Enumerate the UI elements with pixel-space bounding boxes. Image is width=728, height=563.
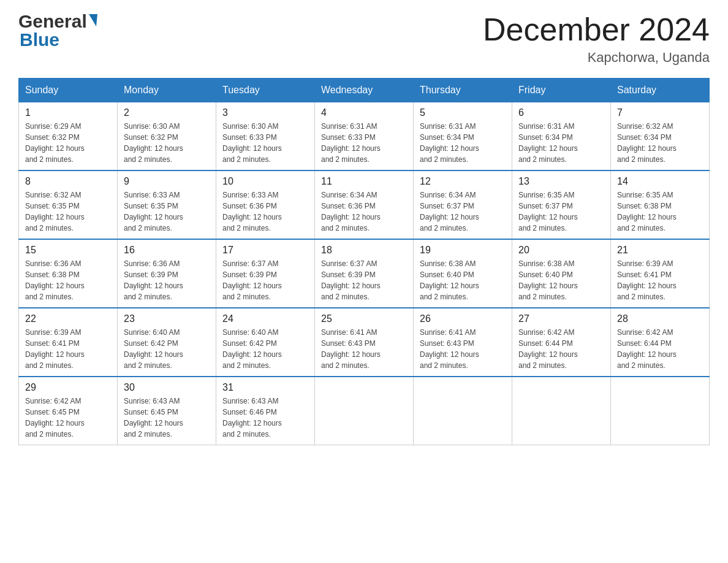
day-info: Sunrise: 6:40 AMSunset: 6:42 PMDaylight:… — [124, 327, 210, 371]
calendar-week-row: 15Sunrise: 6:36 AMSunset: 6:38 PMDayligh… — [19, 239, 710, 308]
calendar-cell: 21Sunrise: 6:39 AMSunset: 6:41 PMDayligh… — [611, 239, 710, 308]
calendar-cell: 25Sunrise: 6:41 AMSunset: 6:43 PMDayligh… — [315, 308, 414, 377]
day-info: Sunrise: 6:31 AMSunset: 6:34 PMDaylight:… — [518, 121, 604, 165]
day-info: Sunrise: 6:35 AMSunset: 6:38 PMDaylight:… — [617, 190, 703, 234]
day-number: 1 — [25, 107, 111, 118]
day-info: Sunrise: 6:42 AMSunset: 6:44 PMDaylight:… — [518, 327, 604, 371]
calendar-week-row: 8Sunrise: 6:32 AMSunset: 6:35 PMDaylight… — [19, 170, 710, 239]
day-number: 22 — [25, 313, 111, 324]
day-number: 20 — [518, 245, 604, 256]
day-header-thursday: Thursday — [414, 79, 512, 102]
day-header-monday: Monday — [118, 79, 216, 102]
day-number: 15 — [25, 245, 111, 256]
day-info: Sunrise: 6:41 AMSunset: 6:43 PMDaylight:… — [420, 327, 506, 371]
day-number: 28 — [617, 313, 703, 324]
day-info: Sunrise: 6:33 AMSunset: 6:36 PMDaylight:… — [222, 190, 308, 234]
day-info: Sunrise: 6:31 AMSunset: 6:33 PMDaylight:… — [321, 121, 407, 165]
calendar-cell: 17Sunrise: 6:37 AMSunset: 6:39 PMDayligh… — [216, 239, 315, 308]
day-number: 31 — [222, 382, 308, 393]
calendar-cell: 12Sunrise: 6:34 AMSunset: 6:37 PMDayligh… — [414, 170, 512, 239]
day-number: 6 — [518, 107, 604, 118]
day-info: Sunrise: 6:43 AMSunset: 6:45 PMDaylight:… — [124, 396, 210, 440]
day-number: 17 — [222, 245, 308, 256]
day-header-tuesday: Tuesday — [216, 79, 315, 102]
day-info: Sunrise: 6:43 AMSunset: 6:46 PMDaylight:… — [222, 396, 308, 440]
calendar-cell: 27Sunrise: 6:42 AMSunset: 6:44 PMDayligh… — [512, 308, 611, 377]
month-title: December 2024 — [483, 12, 710, 47]
calendar-cell: 8Sunrise: 6:32 AMSunset: 6:35 PMDaylight… — [19, 170, 118, 239]
calendar-cell: 22Sunrise: 6:39 AMSunset: 6:41 PMDayligh… — [19, 308, 118, 377]
calendar-cell: 19Sunrise: 6:38 AMSunset: 6:40 PMDayligh… — [414, 239, 512, 308]
logo-blue-text: Blue — [20, 31, 59, 49]
calendar-cell — [414, 377, 512, 445]
calendar-table: SundayMondayTuesdayWednesdayThursdayFrid… — [18, 78, 710, 445]
calendar-cell — [611, 377, 710, 445]
day-info: Sunrise: 6:34 AMSunset: 6:36 PMDaylight:… — [321, 190, 407, 234]
day-number: 19 — [420, 245, 506, 256]
day-info: Sunrise: 6:42 AMSunset: 6:44 PMDaylight:… — [617, 327, 703, 371]
calendar-cell: 1Sunrise: 6:29 AMSunset: 6:32 PMDaylight… — [19, 102, 118, 171]
day-info: Sunrise: 6:37 AMSunset: 6:39 PMDaylight:… — [321, 258, 407, 302]
day-info: Sunrise: 6:42 AMSunset: 6:45 PMDaylight:… — [25, 396, 111, 440]
day-number: 24 — [222, 313, 308, 324]
calendar-cell: 7Sunrise: 6:32 AMSunset: 6:34 PMDaylight… — [611, 102, 710, 171]
calendar-cell: 31Sunrise: 6:43 AMSunset: 6:46 PMDayligh… — [216, 377, 315, 445]
page-header: General Blue December 2024 Kapchorwa, Ug… — [18, 12, 710, 66]
header-row: SundayMondayTuesdayWednesdayThursdayFrid… — [19, 79, 710, 102]
day-number: 9 — [124, 176, 210, 187]
calendar-header: SundayMondayTuesdayWednesdayThursdayFrid… — [19, 79, 710, 102]
day-info: Sunrise: 6:39 AMSunset: 6:41 PMDaylight:… — [617, 258, 703, 302]
calendar-cell: 18Sunrise: 6:37 AMSunset: 6:39 PMDayligh… — [315, 239, 414, 308]
calendar-cell: 30Sunrise: 6:43 AMSunset: 6:45 PMDayligh… — [118, 377, 216, 445]
calendar-cell: 11Sunrise: 6:34 AMSunset: 6:36 PMDayligh… — [315, 170, 414, 239]
day-number: 10 — [222, 176, 308, 187]
calendar-cell: 2Sunrise: 6:30 AMSunset: 6:32 PMDaylight… — [118, 102, 216, 171]
day-number: 3 — [222, 107, 308, 118]
calendar-week-row: 22Sunrise: 6:39 AMSunset: 6:41 PMDayligh… — [19, 308, 710, 377]
calendar-cell: 6Sunrise: 6:31 AMSunset: 6:34 PMDaylight… — [512, 102, 611, 171]
calendar-cell — [512, 377, 611, 445]
day-info: Sunrise: 6:36 AMSunset: 6:39 PMDaylight:… — [124, 258, 210, 302]
day-number: 18 — [321, 245, 407, 256]
calendar-cell: 20Sunrise: 6:38 AMSunset: 6:40 PMDayligh… — [512, 239, 611, 308]
calendar-cell: 4Sunrise: 6:31 AMSunset: 6:33 PMDaylight… — [315, 102, 414, 171]
day-info: Sunrise: 6:36 AMSunset: 6:38 PMDaylight:… — [25, 258, 111, 302]
day-info: Sunrise: 6:30 AMSunset: 6:32 PMDaylight:… — [124, 121, 210, 165]
day-info: Sunrise: 6:35 AMSunset: 6:37 PMDaylight:… — [518, 190, 604, 234]
day-number: 23 — [124, 313, 210, 324]
title-area: December 2024 Kapchorwa, Uganda — [483, 12, 710, 66]
location-subtitle: Kapchorwa, Uganda — [483, 50, 710, 66]
day-number: 8 — [25, 176, 111, 187]
calendar-cell: 14Sunrise: 6:35 AMSunset: 6:38 PMDayligh… — [611, 170, 710, 239]
calendar-cell: 16Sunrise: 6:36 AMSunset: 6:39 PMDayligh… — [118, 239, 216, 308]
calendar-week-row: 1Sunrise: 6:29 AMSunset: 6:32 PMDaylight… — [19, 102, 710, 171]
calendar-cell: 26Sunrise: 6:41 AMSunset: 6:43 PMDayligh… — [414, 308, 512, 377]
day-info: Sunrise: 6:31 AMSunset: 6:34 PMDaylight:… — [420, 121, 506, 165]
day-number: 25 — [321, 313, 407, 324]
day-number: 14 — [617, 176, 703, 187]
day-info: Sunrise: 6:38 AMSunset: 6:40 PMDaylight:… — [420, 258, 506, 302]
day-info: Sunrise: 6:34 AMSunset: 6:37 PMDaylight:… — [420, 190, 506, 234]
day-info: Sunrise: 6:32 AMSunset: 6:34 PMDaylight:… — [617, 121, 703, 165]
calendar-cell: 15Sunrise: 6:36 AMSunset: 6:38 PMDayligh… — [19, 239, 118, 308]
day-header-saturday: Saturday — [611, 79, 710, 102]
day-number: 29 — [25, 382, 111, 393]
calendar-cell: 9Sunrise: 6:33 AMSunset: 6:35 PMDaylight… — [118, 170, 216, 239]
logo-general-text: General — [18, 12, 87, 31]
calendar-cell: 29Sunrise: 6:42 AMSunset: 6:45 PMDayligh… — [19, 377, 118, 445]
day-info: Sunrise: 6:37 AMSunset: 6:39 PMDaylight:… — [222, 258, 308, 302]
day-info: Sunrise: 6:32 AMSunset: 6:35 PMDaylight:… — [25, 190, 111, 234]
day-number: 27 — [518, 313, 604, 324]
day-info: Sunrise: 6:38 AMSunset: 6:40 PMDaylight:… — [518, 258, 604, 302]
day-number: 12 — [420, 176, 506, 187]
day-number: 5 — [420, 107, 506, 118]
day-number: 26 — [420, 313, 506, 324]
day-number: 21 — [617, 245, 703, 256]
calendar-cell: 28Sunrise: 6:42 AMSunset: 6:44 PMDayligh… — [611, 308, 710, 377]
day-info: Sunrise: 6:40 AMSunset: 6:42 PMDaylight:… — [222, 327, 308, 371]
calendar-cell: 5Sunrise: 6:31 AMSunset: 6:34 PMDaylight… — [414, 102, 512, 171]
day-number: 16 — [124, 245, 210, 256]
day-number: 2 — [124, 107, 210, 118]
day-header-wednesday: Wednesday — [315, 79, 414, 102]
calendar-cell: 3Sunrise: 6:30 AMSunset: 6:33 PMDaylight… — [216, 102, 315, 171]
